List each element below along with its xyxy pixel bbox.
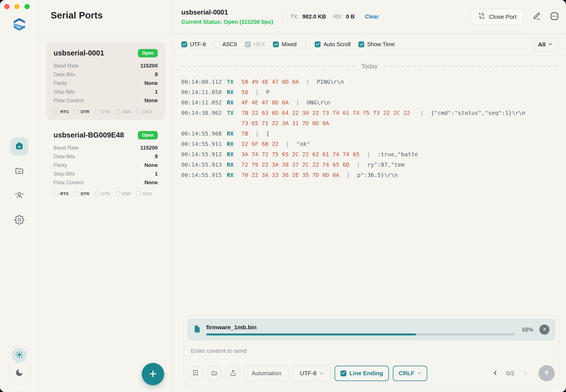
log-entry: 00:14:11.050RX50|P [181,87,558,97]
log-entries: 00:14:00.112TX50 49 4E 47 0D 0A|PING\r\n… [181,77,558,180]
export-button[interactable] [226,366,240,381]
toggle-auto-scroll[interactable]: Auto Scroll [315,41,351,48]
chevron-right-icon [522,370,528,377]
zoom-window-button[interactable] [24,4,30,9]
line-ending-toggle[interactable]: Line Ending [335,366,389,381]
dark-mode-button[interactable] [12,366,27,381]
port-card[interactable]: usbserial-BG009E48 Open Baud Rate115200D… [46,124,165,202]
edit-button[interactable] [532,12,541,21]
view-toolbar: UTF-8ASCIIHEXMixed Auto ScrollShow Time … [173,34,566,55]
toggle-utf-8[interactable]: UTF-8 [181,41,206,48]
setting-value: None [145,161,158,169]
port-pins: RTSDTRCTSDSRDCD [54,109,158,114]
log-separator: | [256,129,259,139]
pin-checkbox-cts[interactable]: CTS [95,191,110,196]
toggle-ascii[interactable]: ASCII [214,41,237,48]
share-icon [230,370,236,377]
port-setting-row: Flow ControlNone [54,178,158,187]
day-divider: Today [181,63,558,70]
pin-checkbox-rts[interactable]: RTS [54,191,69,196]
filter-dropdown[interactable]: All [533,38,558,51]
file-browse-button[interactable] [207,366,222,381]
setting-label: Flow Control [54,178,83,187]
light-mode-button[interactable] [12,348,27,363]
log-entry: 00:14:55.911RX22 6F 6B 22|"ok" [181,139,558,149]
port-card[interactable]: usbserial-0001 Open Baud Rate115200Data … [46,42,165,120]
pin-label: RTS [60,191,69,196]
pin-checkbox-dtr[interactable]: DTR [74,191,89,196]
port-setting-row: Baud Rate115200 [54,61,158,70]
log-decoded-text: P [266,87,270,97]
pin-checkbox-cts[interactable]: CTS [95,109,110,114]
more-options-button[interactable] [550,11,559,22]
pin-checkbox-dcd[interactable]: DCD [136,109,152,114]
chevron-down-icon [319,370,323,377]
port-list: usbserial-0001 Open Baud Rate115200Data … [39,33,172,202]
pin-label: DSR [122,191,131,196]
plus-icon [148,369,158,379]
saved-snippets-button[interactable] [188,366,203,381]
setting-label: Data Bits [54,70,75,79]
nav-settings[interactable] [10,211,28,229]
clear-stats-link[interactable]: Clear [365,13,379,20]
log-timestamp: 00:14:00.112 [181,77,222,87]
next-page-button[interactable] [522,370,528,377]
log-decoded-text: {"cmd":"status","seq":1}\r\n [431,108,525,118]
nav-serial-ports[interactable] [10,137,28,155]
log-timestamp: 00:14:55.912 [181,149,222,160]
nav-files[interactable] [10,162,28,180]
send-input[interactable]: Enter content to send [191,347,555,354]
minimize-window-button[interactable] [14,4,20,9]
checkbox-icon [136,191,141,196]
close-window-button[interactable] [4,4,10,9]
line-ending-value: CRLF [399,370,414,377]
log-hex-bytes: 50 [242,87,248,97]
port-pins: RTSDTRCTSDSRDCD [54,191,158,196]
pin-checkbox-dsr[interactable]: DSR [115,191,131,196]
automation-button[interactable]: Automation [244,366,289,381]
checkbox-icon [358,41,364,47]
log-direction: TX [227,108,234,118]
toggle-show-time[interactable]: Show Time [358,41,395,48]
history-pager: 0/2 [492,370,528,377]
file-info: firmware_1mb.bin [206,324,515,335]
log-decoded-text: ONG\r\n [307,97,330,108]
line-ending-dropdown[interactable]: CRLF [393,366,427,381]
log-view[interactable]: Today 00:14:00.112TX50 49 4E 47 0D 0A|PI… [173,55,566,180]
setting-label: Baud Rate [54,61,79,70]
setting-value: 8 [155,152,158,161]
log-hex-bytes: 70 22 3A 33 36 2E 35 7D 0D 0A [242,170,339,180]
remove-file-button[interactable] [539,325,549,335]
bookmark-icon [192,370,199,377]
port-status-badge: Open [138,49,158,57]
encoding-dropdown[interactable]: UTF-8 [293,366,331,381]
active-port-title: usbserial-0001 [181,8,273,16]
log-entry: 00:14:11.052RX4F 4E 47 0D 0A|ONG\r\n [181,97,558,108]
log-direction: RX [227,139,234,149]
tx-value: 982.0 KB [302,13,326,20]
pin-checkbox-dsr[interactable]: DSR [115,109,131,114]
send-button[interactable] [539,365,555,381]
app-logo-icon [10,15,28,33]
pin-checkbox-dcd[interactable]: DCD [136,191,152,196]
close-icon [542,327,547,332]
add-port-button[interactable] [142,363,164,385]
setting-value: 115200 [140,61,158,70]
upload-progress-fill [206,333,416,335]
log-hex-bytes: 72 79 22 3A 38 37 2C 22 74 65 6D [242,160,349,170]
theme-toggle [9,345,30,385]
nav-community[interactable] [10,187,28,205]
pin-label: DTR [81,109,89,114]
close-port-label: Close Port [489,13,516,20]
toggle-mixed[interactable]: Mixed [273,41,296,48]
pin-label: DCD [143,109,152,114]
checkbox-icon [273,41,279,47]
prev-page-button[interactable] [492,370,498,377]
day-label: Today [361,63,378,70]
close-port-button[interactable]: Close Port [471,9,523,25]
port-setting-row: Flow ControlNone [54,96,158,105]
pin-checkbox-dtr[interactable]: DTR [74,109,89,114]
app-window: Serial Ports usbserial-0001 Open Baud Ra… [0,0,566,392]
pin-checkbox-rts[interactable]: RTS [54,109,69,114]
pin-label: CTS [101,191,110,196]
